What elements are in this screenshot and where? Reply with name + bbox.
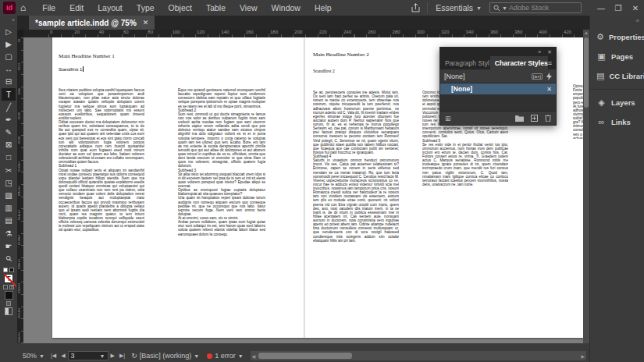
page-number-field[interactable]: 3 ▼ [68, 351, 109, 360]
dock-collapse-icon[interactable]: « [590, 16, 644, 27]
swap-fill-stroke-icon[interactable] [9, 268, 14, 272]
restore-button[interactable]: ❐ [610, 4, 627, 12]
tab-character-styles[interactable]: Character Styles [490, 56, 548, 69]
panel-menu-icon[interactable]: ≡ [548, 56, 556, 69]
current-style-value: [None] [444, 73, 465, 80]
close-icon[interactable]: ✕ [143, 19, 149, 27]
minimize-button[interactable]: — [592, 4, 610, 12]
home-icon[interactable]: ⌂ [20, 2, 26, 13]
menu-item-file[interactable]: File [35, 0, 62, 16]
search-input[interactable]: ▼ Adobe Stock [489, 2, 582, 13]
selection-tool-icon[interactable]: ▷ [2, 25, 16, 37]
v-ruler-label: 2 0 [18, 63, 20, 70]
zoom-level-control[interactable]: 50% ▼ [19, 350, 48, 362]
dock-item-label: Links [611, 118, 631, 126]
gap-tool-icon[interactable]: ↔ [2, 63, 16, 76]
pencil-tool-icon[interactable]: ✎ [2, 126, 16, 139]
direct-selection-tool-icon[interactable]: ▶ [2, 37, 16, 50]
styles-panel-footer: ⊞ [440, 112, 556, 125]
dock-item-cc-librari-[interactable]: ▤CC Librari… [590, 66, 644, 86]
dock-divider [590, 89, 644, 90]
panel-close-icon[interactable]: ✕ [547, 49, 552, 55]
trash-icon[interactable] [545, 115, 551, 122]
menu-item-help[interactable]: Help [308, 0, 339, 16]
preflight-menu[interactable]: ↻ [Basic] (working) ▼ [127, 350, 203, 362]
pen-tool-icon[interactable]: ✒ [2, 113, 16, 126]
panel-collapse-icon[interactable]: » [538, 49, 541, 55]
default-fill-icon[interactable] [3, 268, 8, 272]
scissors-tool-icon[interactable]: ✂ [2, 164, 16, 176]
vertical-scrollbar[interactable]: ▲ [583, 30, 589, 343]
text-column-1[interactable]: Ibus nitatem peditios volupta sanihil iq… [59, 88, 144, 335]
clear-overrides-icon[interactable]: ✕ [546, 86, 552, 93]
preflight-error-control[interactable]: 1 error ▼ [203, 350, 247, 362]
fill-swatch[interactable]: T [4, 274, 13, 283]
menu-item-type[interactable]: Type [130, 0, 162, 16]
menu-item-view[interactable]: View [233, 0, 265, 16]
toolbar-collapse-icon[interactable]: » [12, 16, 15, 25]
page-left[interactable]: Main Headline Number 1 Standfirst 1 Ibus… [52, 37, 304, 338]
style-list-item-none[interactable]: [None] ✕ [440, 83, 556, 94]
h-ruler-label: 220 [319, 30, 327, 34]
text-column-fragment[interactable]: Opimur, quonsolus, Ti. Fortis nonsimus e… [573, 84, 583, 139]
menu-item-edit[interactable]: Edit [62, 0, 91, 16]
text-column-4[interactable]: Opicimo loreprae quatemquiam, imillatem … [422, 90, 508, 332]
v-ruler-label: 1 4 0 [18, 210, 20, 221]
close-button[interactable]: ✕ [627, 4, 644, 12]
frame-tool-icon[interactable]: ⊠ [2, 139, 16, 151]
tab-paragraph-styles[interactable]: Paragraph Styl [440, 56, 490, 69]
free-transform-tool-icon[interactable]: ◳ [2, 176, 16, 189]
dock-items: ⚙Properties▣Pages▤CC Librari…◈Layers∞Lin… [590, 27, 644, 131]
scroll-right-icon[interactable]: ▶ [579, 353, 586, 359]
document-tab[interactable]: *sample article.indd @ 75% ✕ [29, 16, 155, 30]
folder-icon[interactable] [515, 115, 524, 122]
previous-page-button[interactable]: ◀ [59, 353, 67, 359]
screen-mode-button[interactable] [5, 307, 12, 315]
text-column-3[interactable]: Se ati, peroresceris consules ine adesis… [313, 90, 399, 332]
note-tool-icon[interactable]: ▤ [2, 215, 16, 227]
horizontal-scroll-thumb[interactable] [258, 353, 352, 359]
ruler-origin-box[interactable] [17, 30, 23, 37]
type-tool-icon[interactable]: T [2, 88, 16, 101]
create-new-style-icon[interactable] [531, 115, 538, 122]
scroll-up-icon[interactable]: ▲ [583, 30, 589, 37]
dock-item-properties[interactable]: ⚙Properties [590, 27, 644, 47]
next-page-button[interactable]: ▶ [109, 353, 117, 359]
break-link-to-style-icon[interactable]: [a+] [532, 73, 543, 80]
vertical-ruler[interactable]: 02 04 06 08 01 0 01 2 01 4 01 6 01 8 02 … [17, 37, 23, 343]
text-column-2[interactable]: Eque mo quiandi genissere natemol orumqu… [178, 88, 265, 335]
stroke-swatch[interactable] [5, 291, 13, 300]
apply-gradient-icon[interactable] [6, 301, 11, 306]
h-ruler-label: 120 [197, 30, 205, 34]
vertical-scroll-thumb[interactable] [584, 37, 589, 108]
last-page-button[interactable]: ▶| [117, 353, 127, 359]
dock-item-pages[interactable]: ▣Pages [590, 47, 644, 66]
line-tool-icon[interactable]: ╱ [2, 101, 16, 113]
scroll-left-icon[interactable]: ◀ [251, 353, 258, 359]
share-icon[interactable] [411, 3, 420, 12]
new-style-group-icon[interactable]: ⊞ [445, 115, 451, 122]
body-paragraph: Andae perum nullabore, quam ipsae sum fu… [178, 220, 265, 236]
eyedropper-tool-icon[interactable]: ⚗ [2, 227, 16, 240]
menu-item-window[interactable]: Window [265, 0, 308, 16]
page-tool-icon[interactable]: ▢ [2, 50, 16, 62]
dock-item-links[interactable]: ∞Links [590, 112, 644, 131]
dock-item-layers[interactable]: ◈Layers [590, 93, 644, 112]
workspace-switcher[interactable]: Essentials ▼ [427, 2, 489, 13]
menu-item-layout[interactable]: Layout [91, 0, 130, 16]
gradient-swatch-tool-icon[interactable]: ▨ [2, 189, 16, 201]
error-dot-icon [207, 353, 212, 359]
menu-item-object[interactable]: Object [162, 0, 199, 16]
menu-bar: Id ⌂ FileEditLayoutTypeObjectTableViewWi… [0, 0, 644, 16]
redefine-style-icon[interactable] [546, 73, 552, 80]
styles-panel-titlebar[interactable]: » ✕ [440, 48, 556, 56]
gradient-feather-tool-icon[interactable]: ▥ [2, 202, 16, 215]
indesign-logo-icon[interactable]: Id [3, 2, 16, 14]
body-paragraph: Uria quam sit haruptation reperi ipsani … [178, 196, 265, 216]
rectangle-tool-icon[interactable]: □ [2, 151, 16, 164]
horizontal-scrollbar[interactable]: ◀ ▶ [251, 351, 586, 360]
horizontal-ruler[interactable]: 0204060801001201401601802002202402602803… [17, 30, 589, 37]
menu-item-table[interactable]: Table [199, 0, 233, 16]
first-page-button[interactable]: |◀ [48, 353, 59, 359]
content-collector-tool-icon[interactable]: ⊟ [2, 76, 16, 88]
